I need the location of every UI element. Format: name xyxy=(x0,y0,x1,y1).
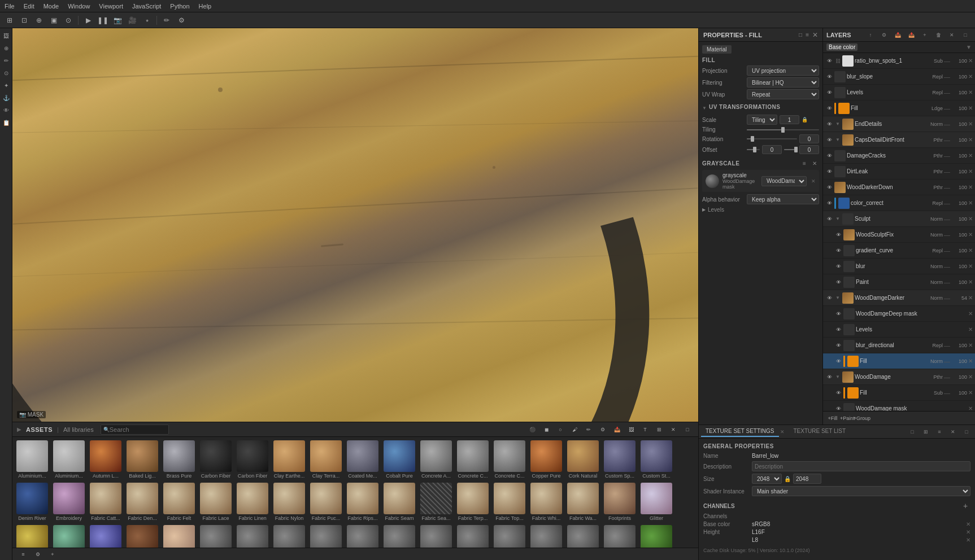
layer-delete-btn[interactable]: ✕ xyxy=(968,405,973,411)
layer-delete-btn[interactable]: ✕ xyxy=(968,374,973,380)
layer-item[interactable]: 👁▼WoodDamgeDarkerNorm—54✕ xyxy=(823,290,975,306)
layer-delete-btn[interactable]: ✕ xyxy=(968,137,973,143)
assets-cube-btn[interactable]: ◼ xyxy=(540,423,552,436)
layer-delete-btn[interactable]: ✕ xyxy=(968,295,973,301)
layer-visibility-icon[interactable]: 👁 xyxy=(825,168,833,176)
asset-item[interactable]: Ivy Branch xyxy=(639,524,674,548)
prop-input-offset-y[interactable] xyxy=(799,145,819,154)
asset-item[interactable]: Iron Raw... xyxy=(529,524,564,548)
layer-delete-btn[interactable]: ✕ xyxy=(968,200,973,206)
toolbar-help-btn[interactable]: ⊙ xyxy=(62,14,75,27)
toolbar-render-btn[interactable]: ⭒ xyxy=(141,14,153,27)
sidebar-btn-8[interactable]: 📋 xyxy=(1,117,11,128)
layer-opacity[interactable]: 100 xyxy=(951,248,967,253)
asset-item[interactable]: Clay Earthe... xyxy=(272,439,307,480)
assets-image-btn[interactable]: 🖼 xyxy=(625,423,637,436)
texture-tab-list[interactable]: TEXTURE SET LIST xyxy=(789,426,851,437)
layer-item[interactable]: 👁Levels✕ xyxy=(823,322,975,338)
sidebar-btn-2[interactable]: ⊕ xyxy=(1,43,11,53)
layer-visibility-icon[interactable]: 👁 xyxy=(834,405,842,412)
layer-delete-btn[interactable]: ✕ xyxy=(968,342,973,348)
layer-blend-mode[interactable]: Repl xyxy=(932,90,943,95)
texture-tab-icon-2[interactable]: ⊞ xyxy=(920,426,932,438)
texture-tab-maximize[interactable]: □ xyxy=(960,426,973,438)
layer-blend-mode[interactable]: Norm xyxy=(930,264,943,269)
menu-help[interactable]: Help xyxy=(199,3,212,10)
levels-row[interactable]: ▶ Levels xyxy=(702,207,819,213)
prop-select-uvwrap[interactable]: Repeat xyxy=(747,89,819,99)
layer-visibility-icon[interactable]: 👁 xyxy=(834,278,842,286)
assets-paint-btn[interactable]: ✏ xyxy=(582,423,595,436)
assets-sphere-btn[interactable]: ⚫ xyxy=(526,423,538,436)
menu-python[interactable]: Python xyxy=(170,3,189,10)
layers-add-paint-btn[interactable]: +Paint xyxy=(841,412,854,425)
layers-add-group-btn[interactable]: +Group xyxy=(856,412,868,425)
channel-add-btn[interactable]: + xyxy=(960,501,970,511)
asset-item[interactable]: Custom Sp... xyxy=(602,439,637,480)
layer-opacity[interactable]: 100 xyxy=(951,74,967,80)
properties-icon-btn-2[interactable]: ≡ xyxy=(806,32,809,38)
properties-close-btn[interactable]: ✕ xyxy=(812,31,818,39)
asset-item[interactable]: Denim River xyxy=(15,482,50,522)
asset-item[interactable]: Iron Pow... xyxy=(455,524,490,548)
sidebar-btn-6[interactable]: ⚓ xyxy=(1,93,11,103)
prop-input-scale[interactable] xyxy=(780,115,799,124)
layer-item[interactable]: 👁⛓ratio_bnw_spots_1Sub—100✕ xyxy=(823,53,975,69)
layer-blend-mode[interactable]: Norm xyxy=(930,295,943,301)
channel-base-color[interactable]: Base color xyxy=(826,43,858,51)
asset-item[interactable]: Concrete C... xyxy=(455,439,490,480)
layer-expand-icon[interactable]: ▼ xyxy=(834,121,841,128)
layer-opacity[interactable]: 100 xyxy=(951,200,967,206)
grayscale-select[interactable]: WoodDamage mask xyxy=(761,176,807,186)
layer-visibility-icon[interactable]: 👁 xyxy=(825,373,833,381)
layer-visibility-icon[interactable]: 👁 xyxy=(834,262,842,270)
asset-item[interactable]: Iron Ham... xyxy=(419,524,454,548)
texture-tab-close[interactable]: ✕ xyxy=(947,426,959,438)
layer-opacity[interactable]: 100 xyxy=(951,153,967,159)
asset-item[interactable]: Iron Brush... xyxy=(198,524,233,548)
toolbar-play-btn[interactable]: ▶ xyxy=(82,14,94,27)
layer-delete-btn[interactable]: ✕ xyxy=(968,263,973,269)
layer-visibility-icon[interactable]: 👁 xyxy=(825,73,833,81)
layer-delete-btn[interactable]: ✕ xyxy=(968,247,973,253)
layer-blend-mode[interactable]: Pthr xyxy=(933,374,943,380)
asset-item[interactable]: Fabric Nylon xyxy=(272,482,307,522)
layer-visibility-icon[interactable]: 👁 xyxy=(834,310,842,318)
menu-viewport[interactable]: Viewport xyxy=(99,3,123,10)
sidebar-btn-7[interactable]: 👁 xyxy=(1,105,11,115)
sidebar-btn-5[interactable]: ✦ xyxy=(1,80,11,90)
layer-item[interactable]: 👁▼EndDetailsNorm—100✕ xyxy=(823,116,975,132)
assets-breadcrumb[interactable]: All libraries xyxy=(63,426,94,433)
layer-opacity[interactable]: 100 xyxy=(951,232,967,238)
channel-del-base[interactable]: ✕ xyxy=(966,521,970,527)
size-select-w[interactable]: 2048 1024 4096 xyxy=(752,474,782,484)
texture-tab-settings-close[interactable]: ✕ xyxy=(780,429,785,435)
asset-item[interactable]: Aluminium... xyxy=(15,439,50,480)
asset-item[interactable]: Iron Gran... xyxy=(345,524,380,548)
size-lock-icon[interactable]: 🔒 xyxy=(784,476,791,482)
layer-blend-mode[interactable]: Norm xyxy=(930,121,943,127)
layer-item[interactable]: 👁PaintNorm—100✕ xyxy=(823,274,975,290)
layer-item[interactable]: 👁color_correctRepl—100✕ xyxy=(823,195,975,211)
asset-item[interactable]: Fabric Wa... xyxy=(565,482,600,522)
uv-transform-collapse[interactable]: ▼ xyxy=(702,106,707,111)
layer-blend-mode[interactable]: Repl xyxy=(932,343,943,348)
asset-item[interactable]: Embroidery xyxy=(51,482,86,522)
layer-delete-btn[interactable]: ✕ xyxy=(968,73,973,80)
assets-font-btn[interactable]: T xyxy=(639,423,651,436)
layer-blend-mode[interactable]: Sub xyxy=(934,390,943,396)
layer-delete-btn[interactable]: ✕ xyxy=(968,121,973,127)
assets-import-btn[interactable]: 📥 xyxy=(611,423,623,436)
layer-item[interactable]: 👁blur_slopeRepl—100✕ xyxy=(823,69,975,85)
asset-item[interactable]: Aluminium... xyxy=(51,439,86,480)
asset-item[interactable]: Cobalt Pure xyxy=(382,439,417,480)
sidebar-btn-1[interactable]: 🖼 xyxy=(1,30,11,41)
layer-item[interactable]: 👁▼WoodDamagePthr—100✕ xyxy=(823,369,975,385)
layer-delete-btn[interactable]: ✕ xyxy=(968,184,973,190)
layer-blend-mode[interactable]: Pthr xyxy=(933,137,943,143)
layers-btn-4[interactable]: 📤 xyxy=(905,29,917,41)
layer-item[interactable]: 👁▼SculptNorm—100✕ xyxy=(823,211,975,227)
offset-x-slider[interactable] xyxy=(747,149,760,150)
asset-item[interactable]: Footprints xyxy=(602,482,637,522)
asset-item[interactable]: Carbon Fiber xyxy=(198,439,233,480)
